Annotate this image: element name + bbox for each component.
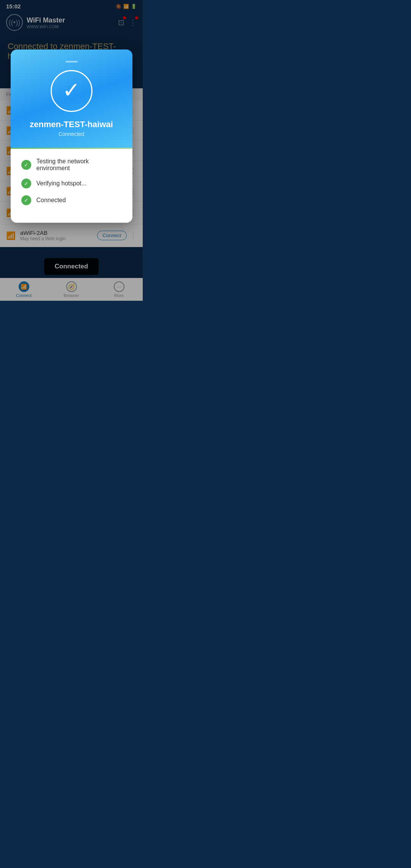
step-2-text: Verifying hotspot... [37, 180, 87, 187]
step-3-text: Connected [37, 197, 66, 204]
modal-step-1: ✓ Testing the network environment [21, 158, 122, 172]
modal-ssid: zenmen-TEST-haiwai [30, 120, 113, 129]
modal-step-3: ✓ Connected [21, 195, 122, 205]
modal-handle [65, 61, 78, 62]
modal-top: ✓ zenmen-TEST-haiwai Connected [11, 49, 132, 148]
step-check-icon: ✓ [21, 179, 31, 188]
step-check-icon: ✓ [21, 195, 31, 205]
modal-overlay: ✓ zenmen-TEST-haiwai Connected ✓ Testing… [0, 0, 143, 301]
step-check-icon: ✓ [21, 160, 31, 170]
check-circle: ✓ [51, 70, 92, 112]
check-icon: ✓ [62, 80, 80, 101]
modal-step-2: ✓ Verifying hotspot... [21, 179, 122, 188]
step-1-text: Testing the network environment [37, 158, 122, 172]
connection-modal: ✓ zenmen-TEST-haiwai Connected ✓ Testing… [11, 49, 132, 223]
modal-status: Connected [59, 131, 84, 137]
modal-bottom: ✓ Testing the network environment ✓ Veri… [11, 149, 132, 223]
